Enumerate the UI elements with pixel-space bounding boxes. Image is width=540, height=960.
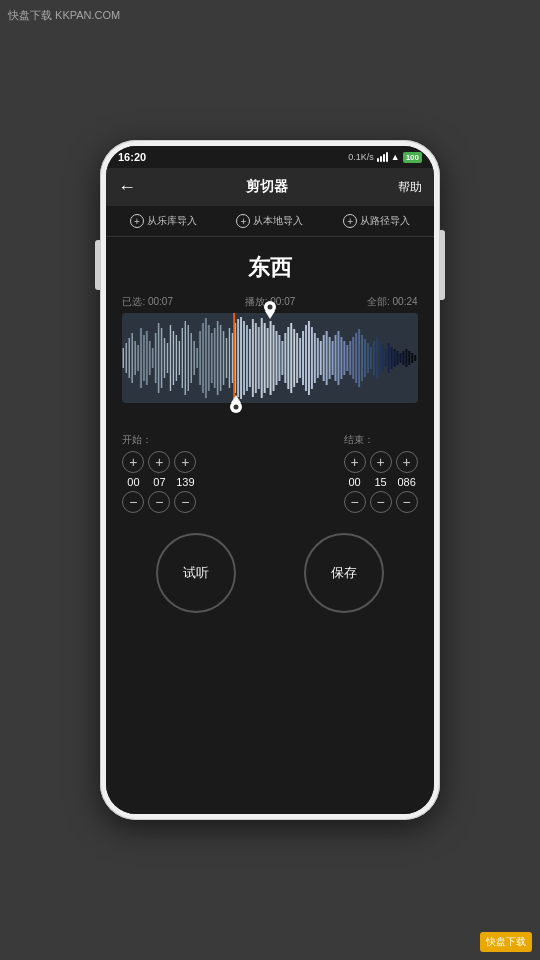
svg-rect-79 — [347, 345, 349, 371]
end-increment-1[interactable]: + — [370, 451, 392, 473]
start-decrement-0[interactable]: − — [122, 491, 144, 513]
svg-rect-45 — [246, 325, 248, 391]
total-time: 全部: 00:24 — [367, 295, 418, 309]
start-spinner-1: + 07 − — [148, 451, 170, 513]
svg-rect-16 — [161, 328, 163, 388]
end-decrement-2[interactable]: − — [396, 491, 418, 513]
end-spinners: + 00 − + 15 − + 086 − — [344, 451, 418, 513]
svg-marker-106 — [231, 395, 241, 403]
start-label: 开始： — [122, 433, 152, 447]
svg-rect-10 — [143, 335, 145, 381]
end-spinner-0: + 00 − — [344, 451, 366, 513]
svg-rect-58 — [285, 333, 287, 383]
save-button[interactable]: 保存 — [304, 533, 384, 613]
start-spinner-2: + 139 − — [174, 451, 196, 513]
svg-rect-43 — [240, 317, 242, 399]
network-speed: 0.1K/s — [348, 152, 374, 162]
import-local-button[interactable]: + 从本地导入 — [236, 214, 303, 228]
start-value-1: 07 — [148, 476, 170, 488]
svg-rect-51 — [264, 323, 266, 393]
svg-rect-4 — [125, 343, 127, 373]
end-decrement-0[interactable]: − — [344, 491, 366, 513]
import-library-button[interactable]: + 从乐库导入 — [130, 214, 197, 228]
svg-rect-21 — [176, 335, 178, 381]
signal-icon — [377, 152, 388, 162]
nav-title: 剪切器 — [246, 178, 288, 196]
track-title: 东西 — [248, 253, 292, 283]
svg-marker-2 — [265, 311, 275, 319]
svg-rect-68 — [314, 333, 316, 383]
svg-rect-87 — [370, 347, 372, 369]
svg-rect-64 — [302, 331, 304, 385]
waveform-svg — [122, 313, 417, 403]
svg-rect-65 — [305, 325, 307, 391]
status-bar: 16:20 0.1K/s ▲ 100 — [106, 146, 434, 168]
svg-rect-18 — [167, 343, 169, 373]
main-content: 东西 已选: 00:07 播放: 00:07 全部: 00:24 — [106, 237, 434, 814]
svg-rect-36 — [220, 325, 222, 391]
svg-rect-91 — [382, 345, 384, 371]
svg-rect-90 — [379, 341, 381, 375]
waveform-container[interactable] — [122, 313, 417, 403]
phone-screen: 16:20 0.1K/s ▲ 100 ← 剪切器 帮助 + — [106, 146, 434, 814]
start-spinner-0: + 00 − — [122, 451, 144, 513]
svg-rect-103 — [234, 313, 236, 403]
svg-rect-78 — [344, 341, 346, 375]
svg-rect-98 — [403, 351, 405, 365]
svg-rect-66 — [308, 321, 310, 395]
import-path-label: 从路径导入 — [360, 214, 410, 228]
preview-button[interactable]: 试听 — [156, 533, 236, 613]
svg-rect-50 — [261, 318, 263, 398]
svg-point-1 — [268, 305, 273, 310]
import-path-button[interactable]: + 从路径导入 — [343, 214, 410, 228]
svg-rect-97 — [400, 353, 402, 363]
svg-rect-96 — [397, 351, 399, 365]
end-increment-2[interactable]: + — [396, 451, 418, 473]
svg-rect-54 — [273, 325, 275, 391]
back-button[interactable]: ← — [118, 177, 136, 198]
position-marker-top — [263, 301, 277, 323]
waveform[interactable] — [122, 313, 417, 403]
watermark-bottom: 快盘下载 — [480, 932, 532, 952]
import-row: + 从乐库导入 + 从本地导入 + 从路径导入 — [106, 206, 434, 237]
status-right: 0.1K/s ▲ 100 — [348, 152, 422, 163]
svg-rect-38 — [226, 338, 228, 378]
svg-rect-67 — [311, 327, 313, 389]
start-increment-2[interactable]: + — [174, 451, 196, 473]
start-control-group: 开始： + 00 − + 07 − — [122, 433, 196, 513]
svg-rect-20 — [173, 331, 175, 385]
end-increment-0[interactable]: + — [344, 451, 366, 473]
svg-rect-72 — [326, 331, 328, 385]
svg-rect-99 — [406, 349, 408, 367]
svg-rect-77 — [341, 337, 343, 379]
svg-rect-63 — [300, 338, 302, 378]
start-increment-0[interactable]: + — [122, 451, 144, 473]
wifi-icon: ▲ — [391, 152, 400, 162]
end-label: 结束： — [344, 433, 374, 447]
start-decrement-2[interactable]: − — [174, 491, 196, 513]
svg-rect-61 — [294, 329, 296, 387]
svg-rect-80 — [350, 341, 352, 375]
svg-rect-15 — [158, 323, 160, 393]
selected-time: 已选: 00:07 — [122, 295, 173, 309]
start-increment-1[interactable]: + — [148, 451, 170, 473]
svg-rect-83 — [359, 329, 361, 387]
svg-rect-27 — [193, 341, 195, 375]
end-decrement-1[interactable]: − — [370, 491, 392, 513]
svg-point-105 — [233, 405, 238, 410]
import-local-label: 从本地导入 — [253, 214, 303, 228]
position-marker-bottom — [229, 395, 243, 417]
svg-rect-76 — [338, 331, 340, 385]
help-button[interactable]: 帮助 — [398, 179, 422, 196]
svg-rect-31 — [205, 318, 207, 398]
svg-rect-29 — [199, 331, 201, 385]
start-decrement-1[interactable]: − — [148, 491, 170, 513]
svg-rect-70 — [320, 341, 322, 375]
controls-section: 开始： + 00 − + 07 − — [122, 433, 417, 513]
svg-rect-71 — [323, 335, 325, 381]
svg-rect-17 — [164, 338, 166, 378]
svg-rect-23 — [181, 328, 183, 388]
svg-rect-75 — [335, 335, 337, 381]
svg-rect-37 — [223, 331, 225, 385]
svg-rect-22 — [178, 341, 180, 375]
